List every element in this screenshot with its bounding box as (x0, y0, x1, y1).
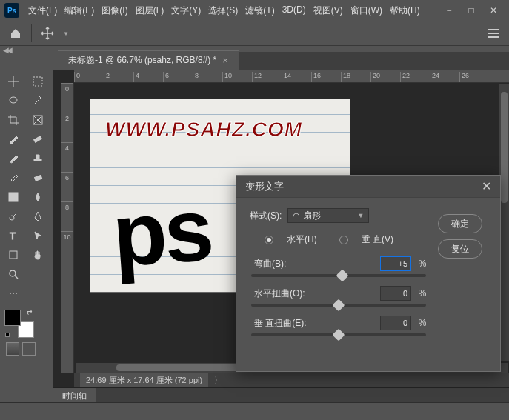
bend-input[interactable] (380, 256, 411, 271)
path-select-tool[interactable] (27, 227, 48, 244)
screen-mode (6, 342, 47, 356)
svg-rect-3 (33, 136, 41, 142)
reset-button[interactable]: 复位 (438, 239, 482, 259)
scrollbar-thumb[interactable] (501, 92, 508, 203)
color-swatches[interactable]: ⇄ (4, 310, 34, 338)
horizontal-ruler: 02468101214161820222426 (74, 70, 509, 83)
blur-tool[interactable] (27, 188, 48, 206)
hdist-input[interactable] (380, 286, 411, 301)
dropdown-icon[interactable]: ▼ (63, 30, 69, 37)
collapse-panel-icon[interactable]: ◀◀ (3, 46, 10, 54)
hdist-label: 水平扭曲(O): (250, 287, 374, 300)
menu-select[interactable]: 选择(S) (205, 1, 241, 20)
menu-file[interactable]: 文件(F) (25, 1, 60, 20)
screenmode-toggle[interactable] (22, 342, 36, 356)
panel-bar: 时间轴 (53, 387, 509, 402)
dialog-close-icon[interactable]: ✕ (482, 179, 491, 193)
gradient-tool[interactable] (3, 188, 24, 206)
document-tab[interactable]: 未标题-1 @ 66.7% (psahz, RGB/8#) * × (58, 50, 239, 70)
canvas-text-layer: ps (109, 178, 213, 287)
history-brush-tool[interactable] (3, 169, 24, 187)
pen-tool[interactable] (27, 207, 48, 225)
svg-rect-0 (33, 77, 42, 86)
scrollbar-thumb[interactable] (116, 364, 250, 371)
pct-label: % (417, 259, 428, 269)
svg-rect-4 (34, 175, 41, 181)
horizontal-label: 水平(H) (287, 233, 317, 246)
foreground-color[interactable] (4, 310, 21, 326)
panel-menu-icon[interactable] (485, 25, 502, 41)
timeline-tab[interactable]: 时间轴 (53, 388, 96, 402)
menu-edit[interactable]: 编辑(E) (61, 1, 97, 20)
menu-filter[interactable]: 滤镜(T) (242, 1, 277, 20)
style-select[interactable]: ◠ 扇形 ▼ (287, 208, 369, 223)
vdist-slider[interactable] (251, 333, 426, 336)
hdist-slider[interactable] (251, 304, 426, 307)
dialog-titlebar[interactable]: 变形文字 ✕ (236, 176, 500, 198)
menu-image[interactable]: 图像(I) (99, 1, 130, 20)
status-dims: 24.69 厘米 x 17.64 厘米 (72 ppi) (80, 373, 208, 387)
heal-tool[interactable] (27, 130, 48, 148)
chevron-down-icon: ▼ (357, 212, 364, 219)
eyedropper-tool[interactable] (3, 130, 24, 148)
style-value: 扇形 (303, 210, 321, 222)
move-tool[interactable] (3, 73, 24, 90)
menu-3d[interactable]: 3D(D) (279, 1, 309, 20)
vertical-ruler: 0246810 (61, 83, 74, 373)
type-tool[interactable]: T (3, 227, 24, 244)
arc-icon: ◠ (293, 211, 300, 221)
dialog-title: 变形文字 (245, 180, 284, 193)
app-logo: Ps (4, 3, 19, 18)
main-menu: 文件(F) 编辑(E) 图像(I) 图层(L) 文字(Y) 选择(S) 滤镜(T… (25, 1, 423, 20)
ok-button[interactable]: 确定 (438, 214, 482, 233)
wand-tool[interactable] (27, 92, 48, 110)
style-label: 样式(S): (250, 210, 282, 222)
menu-layer[interactable]: 图层(L) (133, 1, 167, 20)
frame-tool[interactable] (27, 111, 48, 129)
menu-view[interactable]: 视图(V) (310, 1, 346, 20)
vertical-radio[interactable] (339, 236, 348, 244)
horizontal-radio[interactable] (265, 236, 273, 244)
menu-help[interactable]: 帮助(H) (387, 1, 423, 20)
swap-colors-icon[interactable]: ⇄ (27, 308, 33, 316)
status-bar: 24.69 厘米 x 17.64 厘米 (72 ppi) 〉 (74, 373, 509, 387)
quickmask-toggle[interactable] (6, 342, 19, 356)
options-bar: ▼ (0, 21, 509, 46)
tab-label: 未标题-1 @ 66.7% (psahz, RGB/8#) * (68, 54, 216, 67)
zoom-tool[interactable] (3, 265, 24, 283)
vdist-input[interactable] (380, 316, 411, 330)
svg-text:T: T (10, 230, 16, 241)
maximize-button[interactable]: □ (460, 1, 482, 19)
menu-type[interactable]: 文字(Y) (168, 1, 204, 20)
crop-tool[interactable] (3, 111, 24, 129)
edit-toolbar[interactable]: ⋯ (3, 284, 24, 302)
eraser-tool[interactable] (27, 169, 48, 187)
dodge-tool[interactable] (3, 207, 24, 225)
lasso-tool[interactable] (3, 92, 24, 110)
move-tool-icon[interactable] (39, 25, 56, 41)
svg-rect-5 (9, 193, 18, 201)
home-icon[interactable] (7, 25, 24, 41)
bend-label: 弯曲(B): (250, 258, 374, 270)
marquee-tool[interactable] (27, 73, 48, 90)
tab-close-icon[interactable]: × (222, 55, 228, 66)
document-tab-bar: 未标题-1 @ 66.7% (psahz, RGB/8#) * × (58, 52, 509, 70)
svg-point-1 (10, 97, 17, 103)
warp-text-dialog: 变形文字 ✕ 样式(S): ◠ 扇形 ▼ 水平(H) 垂 直(V) 弯曲(B): (236, 175, 501, 372)
status-arrow-icon[interactable]: 〉 (214, 375, 222, 386)
svg-point-6 (10, 216, 14, 220)
close-button[interactable]: ✕ (482, 1, 505, 19)
shape-tool[interactable] (3, 246, 24, 264)
stamp-tool[interactable] (27, 150, 48, 167)
vertical-label: 垂 直(V) (362, 233, 393, 246)
hand-tool[interactable] (27, 246, 48, 264)
bend-slider[interactable] (251, 274, 426, 277)
bottom-strip (0, 402, 509, 420)
brush-tool[interactable] (3, 150, 24, 167)
title-bar: Ps 文件(F) 编辑(E) 图像(I) 图层(L) 文字(Y) 选择(S) 滤… (0, 0, 509, 21)
default-colors-icon[interactable] (5, 333, 10, 337)
minimize-button[interactable]: − (438, 1, 460, 19)
toolbox: T ⋯ ⇄ (0, 70, 53, 402)
menu-window[interactable]: 窗口(W) (347, 1, 385, 20)
svg-point-9 (10, 270, 16, 276)
